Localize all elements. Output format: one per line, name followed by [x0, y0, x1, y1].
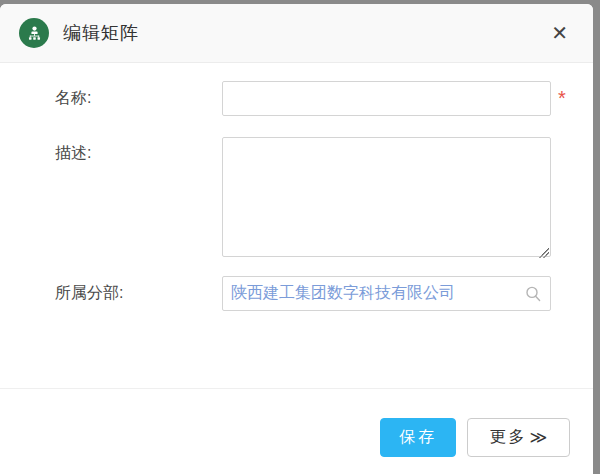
- org-chart-icon: [19, 18, 49, 48]
- description-label: 描述:: [55, 137, 222, 164]
- double-chevron-right-icon: ≫: [530, 427, 548, 448]
- department-input[interactable]: [222, 276, 551, 311]
- form-row-description: 描述:: [55, 137, 551, 261]
- name-input[interactable]: [222, 81, 551, 116]
- edit-matrix-dialog: 编辑矩阵 ✕ 名称: * 描述: 所属分部:: [0, 4, 593, 474]
- more-button[interactable]: 更多≫: [467, 418, 570, 457]
- description-textarea-wrap: [222, 137, 551, 261]
- dialog-body: 名称: * 描述: 所属分部:: [0, 63, 593, 389]
- department-input-wrap: [222, 276, 551, 311]
- description-textarea[interactable]: [222, 137, 551, 257]
- search-icon[interactable]: [524, 285, 542, 303]
- form-row-name: 名称: *: [55, 81, 566, 116]
- save-button[interactable]: 保存: [380, 418, 456, 457]
- form-row-department: 所属分部:: [55, 276, 551, 311]
- name-label: 名称:: [55, 88, 222, 109]
- dialog-title: 编辑矩阵: [63, 21, 139, 45]
- close-icon[interactable]: ✕: [551, 23, 568, 43]
- department-label: 所属分部:: [55, 283, 222, 304]
- dialog-footer: 保存 更多≫: [0, 389, 593, 473]
- dialog-header: 编辑矩阵 ✕: [0, 4, 593, 63]
- required-asterisk: *: [558, 81, 566, 116]
- more-button-label: 更多: [490, 427, 528, 448]
